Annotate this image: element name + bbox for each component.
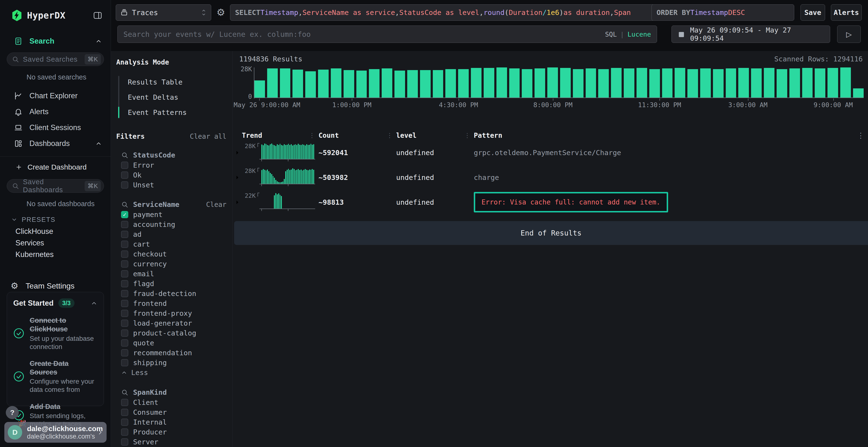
filter-option-internal[interactable]: Internal	[116, 417, 226, 427]
sidebar-item-client-sessions[interactable]: Client Sessions	[0, 120, 111, 136]
filter-option-shipping[interactable]: shipping	[116, 358, 226, 368]
logo[interactable]: HyperDX	[10, 9, 65, 22]
column-header-pattern[interactable]: Pattern	[469, 132, 854, 139]
filter-option-frontend[interactable]: frontend	[116, 299, 226, 308]
checkbox[interactable]	[121, 181, 128, 188]
checkbox[interactable]	[121, 339, 128, 347]
saved-dashboards-input[interactable]: Saved Dashboards ⌘K	[7, 179, 104, 193]
column-header-count[interactable]: Count	[314, 132, 392, 139]
user-profile-chip[interactable]: D dale@clickhouse.com dale@clickhouse.co…	[4, 422, 106, 443]
clear-all-filters-button[interactable]: Clear all	[190, 133, 226, 140]
search-icon[interactable]	[121, 151, 128, 159]
checkbox[interactable]	[121, 399, 128, 406]
checkbox[interactable]	[121, 349, 128, 356]
filter-option-payment[interactable]: payment	[116, 209, 226, 219]
column-header-trend[interactable]: Trend	[242, 132, 314, 139]
checkbox[interactable]	[121, 231, 128, 238]
filter-option-email[interactable]: email	[116, 269, 226, 279]
column-header-level[interactable]: level	[392, 132, 469, 139]
analysis-mode-results-table[interactable]: Results Table	[118, 74, 226, 90]
checkbox[interactable]	[121, 211, 128, 218]
filter-option-consumer[interactable]: Consumer	[116, 407, 226, 417]
filter-option-unset[interactable]: Unset	[116, 180, 226, 190]
checkbox[interactable]	[121, 419, 128, 426]
checkbox[interactable]	[121, 221, 128, 228]
date-range-picker[interactable]: May 26 09:09:54 - May 27 09:09:54	[672, 26, 830, 43]
filter-option-product-catalog[interactable]: product-catalog	[116, 328, 226, 338]
analysis-mode-event-deltas[interactable]: Event Deltas	[118, 90, 226, 105]
expand-row-chevron-icon[interactable]	[233, 149, 242, 156]
lucene-mode-button[interactable]: Lucene	[627, 31, 651, 38]
filter-option-frontend-proxy[interactable]: frontend-proxy	[116, 308, 226, 318]
checkbox[interactable]	[121, 438, 128, 446]
sidebar-item-alerts[interactable]: Alerts	[0, 104, 111, 120]
analysis-mode-event-patterns[interactable]: Event Patterns	[118, 105, 226, 120]
search-icon[interactable]	[121, 389, 128, 396]
sidebar-item-team-settings[interactable]: ⚙ Team Settings	[0, 278, 111, 294]
filter-option-producer[interactable]: Producer	[116, 427, 226, 437]
checkbox[interactable]	[121, 310, 128, 317]
checkbox[interactable]	[121, 409, 128, 416]
checkbox[interactable]	[121, 280, 128, 287]
checkbox[interactable]	[121, 359, 128, 366]
checkbox[interactable]	[121, 300, 128, 307]
preset-item-clickhouse[interactable]: ClickHouse	[0, 226, 111, 237]
collapse-sidebar-icon[interactable]	[93, 10, 102, 20]
filter-option-server[interactable]: Server	[116, 437, 226, 447]
table-menu-icon[interactable]: ⋮	[854, 131, 868, 140]
alerts-button[interactable]: Alerts	[831, 4, 862, 21]
checkbox[interactable]	[121, 171, 128, 179]
source-selector[interactable]: Traces	[116, 4, 211, 21]
filter-option-recommendation[interactable]: recommendation	[116, 348, 226, 358]
filter-option-checkout[interactable]: checkout	[116, 249, 226, 259]
help-button[interactable]: ?	[6, 406, 19, 419]
checkbox[interactable]	[121, 290, 128, 297]
sidebar-item-chart-explorer[interactable]: Chart Explorer	[0, 88, 111, 104]
checkbox[interactable]	[121, 319, 128, 327]
chevron-up-icon[interactable]	[91, 300, 97, 307]
source-settings-gear-icon[interactable]: ⚙	[217, 7, 225, 18]
run-query-button[interactable]: ▷	[837, 26, 861, 43]
checkbox[interactable]	[121, 330, 128, 337]
filter-option-cart[interactable]: cart	[116, 239, 226, 249]
sidebar-item-search[interactable]: Search	[0, 33, 111, 49]
filter-option-error[interactable]: Error	[116, 160, 226, 170]
highlighted-error-pattern[interactable]: Error: Visa cache full: cannot add new i…	[474, 192, 668, 212]
filter-option-client[interactable]: Client	[116, 398, 226, 407]
table-row[interactable]: 22K~98813undefinedError: Visa cache full…	[233, 190, 868, 215]
preset-item-services[interactable]: Services	[0, 237, 111, 249]
preset-item-kubernetes[interactable]: Kubernetes	[0, 249, 111, 260]
filter-option-load-generator[interactable]: load-generator	[116, 318, 226, 328]
expand-row-chevron-icon[interactable]	[233, 199, 242, 205]
clear-filter-button[interactable]: Clear	[206, 201, 226, 209]
checkbox[interactable]	[121, 270, 128, 277]
checkbox[interactable]	[121, 260, 128, 268]
get-started-header[interactable]: Get Started 3/3	[13, 299, 97, 308]
sql-mode-button[interactable]: SQL	[605, 31, 617, 38]
checkbox[interactable]	[121, 241, 128, 248]
select-clause-input[interactable]: SELECT Timestamp, ServiceName as service…	[230, 4, 661, 21]
sidebar-item-dashboards[interactable]: Dashboards	[0, 136, 111, 151]
search-input[interactable]	[123, 30, 600, 38]
show-less-button[interactable]: Less	[116, 368, 226, 378]
checkbox[interactable]	[121, 250, 128, 258]
filter-option-fraud-detection[interactable]: fraud-detection	[116, 288, 226, 299]
table-row[interactable]: 28K~592041undefinedgrpc.oteldemo.Payment…	[233, 140, 868, 165]
filter-option-flagd[interactable]: flagd	[116, 279, 226, 288]
create-dashboard-button[interactable]: Create Dashboard	[0, 159, 111, 176]
filter-option-accounting[interactable]: accounting	[116, 219, 226, 229]
table-row[interactable]: 28K~503982undefinedcharge	[233, 165, 868, 190]
order-by-input[interactable]: ORDER BY Timestamp DESC	[651, 4, 794, 21]
saved-searches-input[interactable]: Saved Searches ⌘K	[7, 53, 104, 66]
save-button[interactable]: Save	[801, 4, 825, 21]
filter-option-ad[interactable]: ad	[116, 229, 226, 239]
filter-option-currency[interactable]: currency	[116, 259, 226, 269]
chevron-up-icon[interactable]	[95, 140, 102, 147]
expand-row-chevron-icon[interactable]	[233, 174, 242, 181]
checkbox[interactable]	[121, 428, 128, 436]
checkbox[interactable]	[121, 162, 128, 169]
filter-option-quote[interactable]: quote	[116, 338, 226, 348]
filter-option-ok[interactable]: Ok	[116, 170, 226, 180]
search-icon[interactable]	[121, 201, 128, 208]
chevron-up-icon[interactable]	[95, 38, 102, 44]
